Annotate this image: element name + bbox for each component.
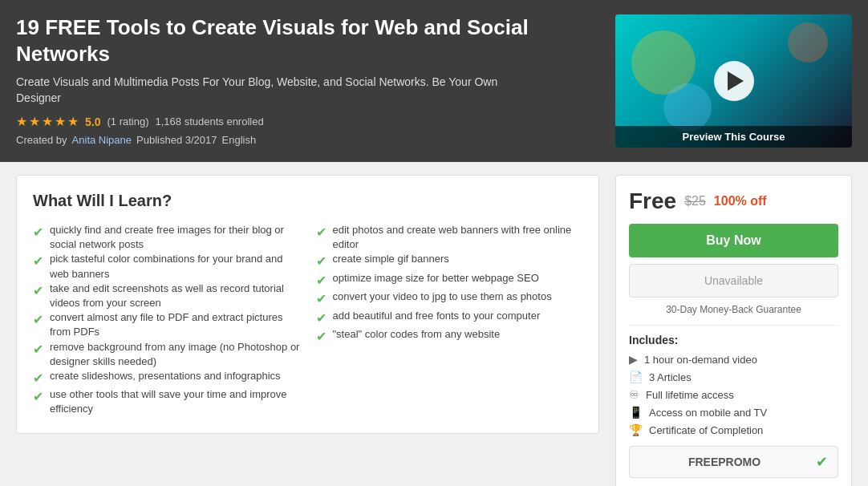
lifetime-icon: ♾: [629, 388, 639, 401]
created-by-label: Created by: [16, 134, 67, 146]
learn-item-text: convert almost any file to PDF and extra…: [50, 310, 300, 339]
meta-row: Created by Anita Nipane Published 3/2017…: [16, 134, 546, 146]
star-2: ★: [29, 114, 40, 129]
learn-column-left: ✔ quickly find and create free images fo…: [33, 223, 300, 417]
include-item: 📄 3 Articles: [629, 371, 838, 383]
learn-item-text: "steal" color codes from any website: [333, 327, 501, 342]
list-item: ✔ convert your video to jpg to use them …: [316, 290, 583, 308]
list-item: ✔ create simple gif banners: [316, 252, 583, 270]
learn-item-text: optimize image size for better webpage S…: [333, 271, 539, 286]
list-item: ✔ convert almost any file to PDF and ext…: [33, 310, 300, 339]
rating-count: (1 rating): [107, 115, 148, 128]
include-text: Full lifetime access: [646, 389, 734, 401]
learn-item-text: create slideshows, presentations and inf…: [50, 369, 281, 383]
divider: [629, 325, 838, 326]
play-button[interactable]: [714, 61, 754, 101]
price-free: Free: [629, 188, 676, 214]
learn-item-text: create simple gif banners: [333, 252, 449, 266]
learn-item-text: remove background from any image (no Pho…: [50, 340, 300, 369]
sidebar: Free $25 100% off Buy Now Unavailable 30…: [615, 175, 852, 486]
learn-item-text: use other tools that will save your time…: [50, 387, 300, 416]
check-icon: ✔: [316, 290, 327, 308]
unavailable-button: Unavailable: [629, 264, 838, 298]
check-icon: ✔: [33, 388, 43, 406]
list-item: ✔ "steal" color codes from any website: [316, 327, 583, 346]
learn-column-right: ✔ edit photos and create web banners wit…: [316, 223, 583, 417]
course-subtitle: Create Visuals and Multimedia Posts For …: [16, 75, 546, 106]
learn-item-text: quickly find and create free images for …: [50, 223, 300, 252]
header: 19 FREE Tools to Create Visuals for Web …: [0, 0, 868, 162]
certificate-icon: 🏆: [629, 423, 643, 436]
check-icon: ✔: [33, 370, 43, 387]
video-preview[interactable]: Preview This Course: [615, 14, 852, 148]
header-left: 19 FREE Tools to Create Visuals for Web …: [16, 14, 562, 146]
check-icon: ✔: [316, 328, 327, 346]
language-label: English: [222, 134, 257, 146]
promo-check-icon: ✔: [816, 453, 828, 471]
list-item: ✔ create slideshows, presentations and i…: [33, 369, 300, 387]
star-5: ★: [67, 114, 79, 129]
check-icon: ✔: [33, 253, 43, 270]
price-original: $25: [684, 194, 706, 209]
list-item: ✔ quickly find and create free images fo…: [33, 223, 300, 252]
list-item: ✔ add beautiful and free fonts to your c…: [316, 309, 583, 327]
video-icon: ▶: [629, 353, 638, 366]
course-title: 19 FREE Tools to Create Visuals for Web …: [16, 14, 546, 67]
money-back-label: 30-Day Money-Back Guarantee: [629, 304, 838, 315]
promo-code: FREEPROMO: [639, 456, 809, 468]
list-item: ✔ pick tasteful color combinations for y…: [33, 252, 300, 281]
check-icon: ✔: [33, 224, 43, 241]
play-triangle-icon: [728, 71, 744, 91]
list-item: ✔ take and edit screenshots as well as r…: [33, 281, 300, 310]
main-content: What Will I Learn? ✔ quickly find and cr…: [0, 162, 868, 486]
check-icon: ✔: [316, 253, 327, 270]
buy-now-button[interactable]: Buy Now: [629, 224, 838, 257]
stars: ★ ★ ★ ★ ★: [16, 114, 79, 129]
page-wrapper: 19 FREE Tools to Create Visuals for Web …: [0, 0, 868, 486]
include-text: Access on mobile and TV: [649, 407, 767, 419]
star-4: ★: [55, 114, 66, 129]
learn-section: What Will I Learn? ✔ quickly find and cr…: [16, 175, 599, 434]
published-label: Published 3/2017: [136, 134, 217, 146]
check-icon: ✔: [33, 341, 43, 358]
includes-title: Includes:: [629, 334, 838, 346]
check-icon: ✔: [33, 311, 43, 329]
check-icon: ✔: [316, 224, 327, 241]
list-item: ✔ optimize image size for better webpage…: [316, 271, 583, 290]
rating-row: ★ ★ ★ ★ ★ 5.0 (1 rating) 1,168 students …: [16, 114, 546, 129]
learn-item-text: take and edit screenshots as well as rec…: [50, 281, 300, 310]
preview-label: Preview This Course: [615, 126, 852, 148]
learn-item-text: add beautiful and free fonts to your com…: [333, 309, 541, 323]
include-item: 🏆 Certificate of Completion: [629, 423, 838, 436]
author-link[interactable]: Anita Nipane: [72, 134, 132, 146]
deco-circle-3: [663, 83, 712, 132]
promo-row: FREEPROMO ✔: [629, 446, 838, 478]
rating-number: 5.0: [85, 115, 100, 128]
deco-circle-2: [788, 22, 828, 63]
include-item: ♾ Full lifetime access: [629, 388, 838, 401]
price-discount: 100% off: [714, 194, 767, 209]
star-3: ★: [42, 114, 53, 129]
price-box: Free $25 100% off Buy Now Unavailable 30…: [615, 175, 852, 486]
learn-item-text: convert your video to jpg to use them as…: [333, 290, 552, 304]
list-item: ✔ remove background from any image (no P…: [33, 340, 300, 369]
check-icon: ✔: [316, 310, 327, 327]
include-item: ▶ 1 hour on-demand video: [629, 353, 838, 366]
list-item: ✔ use other tools that will save your ti…: [33, 387, 300, 416]
price-row: Free $25 100% off: [629, 188, 838, 214]
header-right: Preview This Course: [615, 14, 852, 148]
learn-grid: ✔ quickly find and create free images fo…: [33, 223, 582, 417]
learn-item-text: pick tasteful color combinations for you…: [50, 252, 300, 281]
learn-title: What Will I Learn?: [33, 192, 582, 210]
star-1: ★: [16, 114, 27, 129]
include-text: Certificate of Completion: [649, 424, 763, 436]
article-icon: 📄: [629, 371, 643, 383]
mobile-icon: 📱: [629, 406, 643, 419]
list-item: ✔ edit photos and create web banners wit…: [316, 223, 583, 252]
check-icon: ✔: [33, 282, 43, 300]
include-text: 3 Articles: [649, 371, 692, 383]
learn-item-text: edit photos and create web banners with …: [333, 223, 583, 252]
enrolled-count: 1,168 students enrolled: [156, 115, 264, 128]
check-icon: ✔: [316, 272, 327, 290]
include-item: 📱 Access on mobile and TV: [629, 406, 838, 419]
